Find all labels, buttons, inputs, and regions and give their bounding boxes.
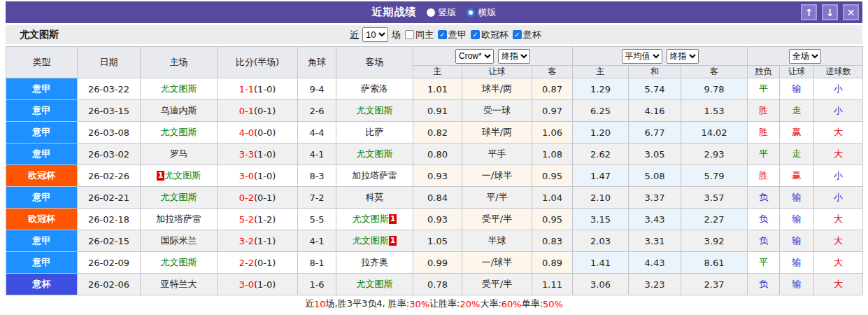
red-card-badge: 1 (389, 236, 397, 246)
home-team-cell: 国际米兰 (141, 230, 218, 252)
subcol-europe-draw: 和 (629, 66, 681, 78)
move-up-button[interactable]: ↑ (801, 4, 817, 20)
date-cell: 26-02-06 (78, 274, 141, 295)
odds-cell: 1.20 (573, 122, 629, 144)
result-cell: 平 (748, 144, 780, 165)
odds-cell: 1.29 (573, 78, 629, 100)
result-cell: 输 (780, 274, 814, 295)
result-cell: 胜 (748, 100, 780, 122)
team-name-text: 亚特兰大 (161, 279, 197, 289)
filter-checkbox-item-3[interactable]: ✓意杯 (513, 29, 541, 41)
result-cell: 平 (748, 78, 780, 100)
corner-cell: 4-1 (298, 230, 336, 252)
score-cell: 3-0(1-0) (218, 274, 298, 295)
result-cell: 输 (780, 252, 814, 274)
odds-cell: 0.82 (413, 122, 462, 144)
odds-cell: 3.37 (629, 187, 681, 209)
odds-cell: 3.31 (629, 230, 681, 252)
table-row: 意甲26-03-22尤文图斯1-1(1-0)9-4萨索洛1.01球半/两0.87… (6, 78, 863, 100)
bookmaker-select[interactable]: Crow* (455, 49, 494, 64)
move-down-button[interactable]: ↓ (822, 4, 838, 20)
close-button[interactable]: ✕ (843, 4, 859, 20)
subcol-handicap-line: 让球 (462, 66, 532, 78)
europe-stage-select[interactable]: 终指 (667, 49, 699, 64)
odds-cell: 1.11 (532, 274, 573, 295)
odds-cell: 0.93 (413, 165, 462, 187)
half-time-score: (0-1) (254, 192, 276, 203)
team-name-text: 尤文图斯 (161, 257, 197, 267)
filter-checkbox-item-2[interactable]: ✓欧冠杯 (471, 29, 508, 41)
odds-stage-select[interactable]: 终指 (498, 49, 530, 64)
radio-label: 竖版 (439, 6, 457, 19)
checkbox-unchecked-icon[interactable] (405, 30, 414, 39)
panel-title: 近期战绩 (372, 6, 417, 19)
result-cell: 胜 (748, 165, 780, 187)
odds-cell: 一/球半 (462, 165, 532, 187)
home-team-cell: 尤文图斯 (141, 78, 218, 100)
subcol-handicap-away: 客 (532, 66, 573, 78)
recent-count-select[interactable]: 10 (362, 27, 388, 42)
footer-summary: 近10场,胜3平3负4, 胜率:30% 让胜率:20% 大率:60% 单率:50… (6, 295, 862, 312)
corner-cell: 8-1 (298, 252, 336, 274)
team-name-text: 尤文图斯 (161, 192, 197, 202)
odds-cell: 1.53 (681, 100, 748, 122)
score-cell: 3-0(1-0) (218, 165, 298, 187)
league-badge-cell: 意杯 (6, 274, 78, 295)
home-team-cell: 乌迪内斯 (141, 100, 218, 122)
team-name: 尤文图斯 (20, 29, 59, 41)
odds-cell: 1.41 (573, 252, 629, 274)
filter-checkbox-item-0[interactable]: 同主 (405, 29, 434, 41)
odds-cell: 3.57 (681, 187, 748, 209)
col-header-type: 类型 (6, 47, 78, 78)
team-name-text: 国际米兰 (161, 235, 197, 246)
checkbox-checked-icon[interactable]: ✓ (471, 30, 480, 39)
subcol-europe-away: 客 (681, 66, 748, 78)
recent-link[interactable]: 近 (350, 29, 359, 41)
date-cell: 26-02-26 (78, 165, 141, 187)
odds-cell: 受平/半 (462, 209, 532, 230)
corner-cell: 1-6 (298, 274, 336, 295)
odds-cell: 1.06 (532, 122, 573, 144)
view-mode-radio-1[interactable]: 横版 (467, 6, 497, 19)
league-badge-cell: 意甲 (6, 187, 78, 209)
odds-cell: 3.92 (681, 230, 748, 252)
filter-controls: 近 10 场 同主✓意甲✓欧冠杯✓意杯 (350, 27, 541, 42)
filter-checkbox-item-1[interactable]: ✓意甲 (438, 29, 467, 41)
home-team-cell: 尤文图斯 (141, 187, 218, 209)
team-name-text: 尤文图斯 (164, 170, 201, 181)
summary-segment: 50% (543, 299, 563, 309)
team-name-text: 加拉塔萨雷 (352, 170, 397, 181)
table-row: 意杯26-02-06亚特兰大3-0(1-0)1-6尤文图斯0.78受平/半1.1… (6, 274, 863, 295)
checkbox-checked-icon[interactable]: ✓ (438, 30, 447, 39)
radio-icon[interactable] (427, 8, 435, 17)
odds-cell: 9.78 (681, 78, 748, 100)
result-cell: 大 (814, 144, 863, 165)
half-time-score: (1-0) (254, 149, 276, 160)
result-cell: 大 (814, 230, 863, 252)
half-time-score: (0-0) (254, 127, 276, 138)
corner-cell: 4-4 (298, 122, 336, 144)
average-select[interactable]: 平均值 (622, 49, 662, 64)
checkbox-label: 意杯 (523, 29, 541, 41)
odds-cell: 1.04 (532, 187, 573, 209)
titlebar-buttons: ↑↓✕ (801, 4, 859, 20)
period-select[interactable]: 全场 (789, 49, 821, 64)
view-mode-radio-0[interactable]: 竖版 (427, 6, 457, 19)
europe-odds-group-header: 平均值终指 (573, 47, 748, 66)
summary-segment: 30% (409, 299, 429, 309)
subcol-handicap-home: 主 (413, 66, 462, 78)
radio-icon[interactable] (467, 8, 475, 17)
team-name-text: 罗马 (170, 148, 188, 159)
corner-cell: 2-6 (298, 100, 336, 122)
team-name-text: 尤文图斯 (357, 148, 393, 159)
odds-cell: 2.27 (681, 209, 748, 230)
away-team-cell: 拉齐奥 (336, 252, 413, 274)
checkbox-checked-icon[interactable]: ✓ (513, 30, 522, 39)
col-header-home: 主场 (141, 47, 218, 78)
away-team-cell: 尤文图斯 (336, 274, 413, 295)
league-badge-cell: 欧冠杯 (6, 165, 78, 187)
subcol-winlose: 胜负 (748, 66, 780, 78)
score-cell: 1-1(1-0) (218, 78, 298, 100)
team-name-text: 尤文图斯 (161, 83, 197, 94)
team-name-text: 乌迪内斯 (161, 105, 197, 115)
